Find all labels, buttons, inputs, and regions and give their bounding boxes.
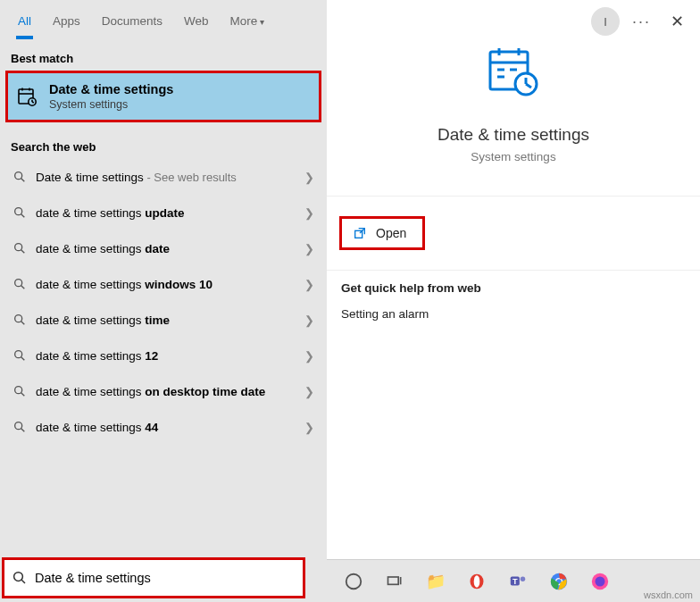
svg-text:T: T xyxy=(512,576,518,585)
svg-line-12 xyxy=(21,250,25,254)
web-result-text: date & time settings time xyxy=(36,314,304,327)
web-results-list: Date & time settings - See web results ❯… xyxy=(0,159,327,445)
svg-line-14 xyxy=(21,286,25,289)
best-match-result[interactable]: Date & time settings System settings xyxy=(8,73,319,120)
tab-documents[interactable]: Documents xyxy=(91,4,173,38)
svg-line-18 xyxy=(21,357,25,361)
open-button-highlight: Open xyxy=(339,216,425,250)
app-icon[interactable] xyxy=(589,571,611,592)
svg-line-10 xyxy=(21,214,25,218)
web-result-item[interactable]: date & time settings 44 ❯ xyxy=(0,409,327,445)
svg-line-24 xyxy=(21,580,25,583)
svg-line-6 xyxy=(32,102,34,103)
opera-icon[interactable] xyxy=(466,571,488,592)
chrome-icon[interactable] xyxy=(548,571,570,592)
cortana-icon[interactable] xyxy=(343,571,364,592)
svg-point-15 xyxy=(15,315,22,322)
svg-point-13 xyxy=(15,280,22,287)
search-box-highlight xyxy=(2,557,305,598)
details-subtitle: System settings xyxy=(336,150,691,163)
web-result-text: date & time settings 44 xyxy=(36,421,304,434)
calendar-clock-large-icon xyxy=(485,43,542,100)
search-icon xyxy=(12,241,27,255)
web-result-item[interactable]: date & time settings 12 ❯ xyxy=(0,338,327,373)
chevron-right-icon: ❯ xyxy=(304,314,314,327)
best-match-title: Date & time settings xyxy=(49,82,173,96)
web-result-item[interactable]: Date & time settings - See web results ❯ xyxy=(0,159,327,195)
chevron-right-icon: ❯ xyxy=(304,421,314,434)
svg-line-16 xyxy=(21,322,25,325)
close-button[interactable]: ✕ xyxy=(663,8,691,35)
search-icon xyxy=(12,384,27,398)
open-icon xyxy=(353,226,367,240)
web-result-item[interactable]: date & time settings update ❯ xyxy=(0,195,327,230)
svg-point-49 xyxy=(596,576,605,586)
task-view-icon[interactable] xyxy=(384,571,405,592)
web-result-text: Date & time settings - See web results xyxy=(36,171,304,184)
search-icon xyxy=(12,205,27,220)
search-icon xyxy=(12,170,27,184)
web-result-text: date & time settings windows 10 xyxy=(36,278,304,291)
svg-point-23 xyxy=(14,573,23,581)
svg-point-41 xyxy=(474,575,480,587)
search-icon xyxy=(12,420,27,434)
file-explorer-icon[interactable]: 📁 xyxy=(425,571,446,592)
web-result-item[interactable]: date & time settings on desktop time dat… xyxy=(0,373,327,409)
web-result-item[interactable]: date & time settings windows 10 ❯ xyxy=(0,266,327,302)
best-match-highlight: Date & time settings System settings xyxy=(5,71,321,122)
search-icon xyxy=(12,570,28,586)
tab-apps[interactable]: Apps xyxy=(42,4,91,38)
watermark: wsxdn.com xyxy=(644,589,693,600)
web-result-item[interactable]: date & time settings time ❯ xyxy=(0,302,327,338)
tab-web[interactable]: Web xyxy=(173,4,220,38)
open-button[interactable]: Open xyxy=(342,219,422,247)
search-web-label: Search the web xyxy=(0,130,327,159)
search-icon xyxy=(12,348,27,363)
svg-point-21 xyxy=(15,422,22,430)
web-result-text: date & time settings on desktop time dat… xyxy=(36,385,304,398)
chevron-right-icon: ❯ xyxy=(304,349,314,363)
divider xyxy=(327,196,700,196)
web-result-item[interactable]: date & time settings date ❯ xyxy=(0,230,327,266)
details-title: Date & time settings xyxy=(336,125,691,145)
web-result-text: date & time settings date xyxy=(36,242,304,255)
svg-rect-38 xyxy=(388,577,399,584)
search-icon xyxy=(12,313,27,327)
help-link-alarm[interactable]: Setting an alarm xyxy=(341,307,686,321)
chevron-right-icon: ❯ xyxy=(304,278,314,291)
more-options-button[interactable]: ··· xyxy=(632,13,651,31)
svg-point-9 xyxy=(15,208,22,215)
svg-point-44 xyxy=(521,576,526,581)
help-section-title: Get quick help from web xyxy=(341,281,686,295)
search-filter-tabs: All Apps Documents Web More xyxy=(0,0,327,41)
svg-line-20 xyxy=(21,393,25,397)
tab-more[interactable]: More xyxy=(220,4,276,38)
chevron-right-icon: ❯ xyxy=(304,171,314,184)
svg-point-17 xyxy=(15,351,22,358)
divider xyxy=(327,270,700,271)
best-match-subtitle: System settings xyxy=(49,98,173,111)
svg-point-37 xyxy=(346,573,362,589)
search-input[interactable] xyxy=(35,571,296,585)
tab-all[interactable]: All xyxy=(7,4,42,38)
teams-icon[interactable]: T xyxy=(507,571,529,592)
svg-point-11 xyxy=(15,244,22,251)
svg-line-22 xyxy=(21,429,25,432)
search-box[interactable] xyxy=(4,560,303,596)
calendar-clock-icon xyxy=(15,85,38,108)
best-match-label: Best match xyxy=(0,41,327,71)
chevron-right-icon: ❯ xyxy=(304,242,314,255)
open-label: Open xyxy=(376,226,406,240)
svg-point-19 xyxy=(15,387,22,394)
svg-point-7 xyxy=(15,172,22,180)
avatar[interactable]: I xyxy=(591,7,620,36)
svg-line-8 xyxy=(21,179,25,182)
web-result-text: date & time settings 12 xyxy=(36,349,304,363)
chevron-right-icon: ❯ xyxy=(304,385,314,398)
chevron-right-icon: ❯ xyxy=(304,206,314,220)
search-icon xyxy=(12,277,27,291)
web-result-text: date & time settings update xyxy=(36,206,304,220)
